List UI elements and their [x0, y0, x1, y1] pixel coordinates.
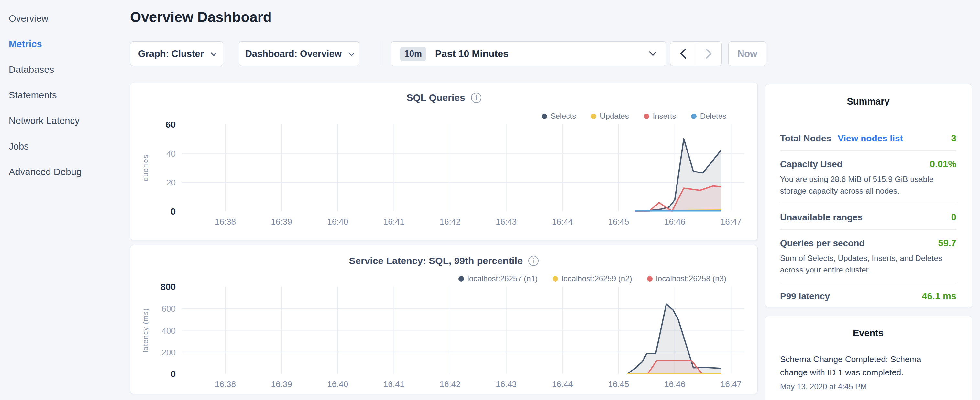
legend-swatch: [458, 276, 464, 282]
svg-text:16:46: 16:46: [664, 217, 685, 226]
sidebar-item-statements[interactable]: Statements: [9, 83, 129, 108]
chart-legend: localhost:26257 (n1)localhost:26259 (n2)…: [130, 274, 726, 283]
dashboard-dropdown[interactable]: Dashboard: Overview: [239, 41, 360, 66]
event-item[interactable]: Schema Change Completed: Schema change w…: [780, 353, 956, 391]
svg-text:queries: queries: [142, 155, 150, 181]
svg-text:16:43: 16:43: [496, 379, 517, 389]
svg-text:16:38: 16:38: [215, 217, 236, 226]
service-latency-chart[interactable]: 020040060080016:3816:3916:4016:4116:4216…: [136, 284, 751, 391]
graph-dropdown-label: Graph: Cluster: [138, 49, 204, 59]
legend-item[interactable]: localhost:26258 (n3): [647, 274, 726, 283]
svg-text:16:38: 16:38: [215, 379, 236, 389]
chevron-down-icon: [211, 50, 216, 56]
svg-text:16:41: 16:41: [383, 379, 404, 389]
svg-text:400: 400: [162, 326, 176, 336]
chevron-left-icon: [680, 49, 686, 59]
summary-row-label: P99 latency: [780, 291, 830, 302]
time-step-buttons: [670, 41, 722, 66]
chart-title: Service Latency: SQL, 99th percentile: [349, 255, 523, 266]
events-panel: Events Schema Change Completed: Schema c…: [765, 316, 972, 400]
summary-panel: Summary Total NodesView nodes list3Capac…: [765, 84, 972, 308]
legend-item[interactable]: localhost:26257 (n1): [458, 274, 538, 283]
chevron-down-icon: [649, 51, 657, 56]
summary-row: Unavailable ranges0: [780, 204, 956, 230]
legend-label: Updates: [600, 112, 628, 121]
event-text: Schema Change Completed: Schema change w…: [780, 353, 927, 379]
summary-row-head: Capacity Used0.01%: [780, 159, 956, 170]
legend-label: Selects: [550, 112, 576, 121]
summary-row-value: 0.01%: [930, 159, 956, 170]
summary-rows: Total NodesView nodes list3Capacity Used…: [780, 125, 956, 308]
service-latency-chart-card: Service Latency: SQL, 99th percentile i …: [130, 245, 758, 394]
svg-text:latency (ms): latency (ms): [142, 308, 150, 353]
svg-text:800: 800: [161, 284, 176, 292]
time-range-dropdown[interactable]: 10m Past 10 Minutes: [391, 41, 667, 66]
now-button[interactable]: Now: [728, 41, 767, 66]
svg-text:16:42: 16:42: [440, 217, 461, 226]
sidebar-item-overview[interactable]: Overview: [9, 6, 129, 31]
sql-queries-chart[interactable]: 020406016:3816:3916:4016:4116:4216:4316:…: [136, 122, 751, 228]
chart-title-row: SQL Queries i: [130, 92, 757, 104]
svg-text:16:44: 16:44: [552, 217, 573, 226]
sidebar-item-network-latency[interactable]: Network Latency: [9, 108, 129, 134]
events-title: Events: [780, 328, 956, 338]
dashboard-dropdown-label: Dashboard: Overview: [245, 49, 342, 59]
summary-row-value: 46.1 ms: [922, 291, 956, 302]
sidebar-item-metrics[interactable]: Metrics: [9, 31, 129, 57]
chart-legend: SelectsUpdatesInsertsDeletes: [130, 112, 726, 120]
summary-row: P99 latency46.1 ms: [780, 283, 956, 308]
legend-item[interactable]: Selects: [542, 112, 576, 121]
svg-text:0: 0: [170, 207, 176, 217]
summary-row-label: Total Nodes: [780, 133, 831, 144]
event-timestamp: May 13, 2020 at 4:45 PM: [780, 382, 956, 391]
svg-text:20: 20: [166, 178, 176, 187]
svg-text:60: 60: [165, 122, 176, 129]
svg-text:16:40: 16:40: [327, 217, 348, 226]
time-forward-button[interactable]: [696, 42, 721, 66]
sidebar-item-databases[interactable]: Databases: [9, 57, 129, 83]
info-icon[interactable]: i: [471, 92, 481, 103]
summary-row: Total NodesView nodes list3: [780, 125, 956, 151]
chevron-down-icon: [349, 50, 355, 56]
graph-dropdown[interactable]: Graph: Cluster: [130, 41, 223, 66]
time-range-label: Past 10 Minutes: [435, 48, 509, 59]
legend-item[interactable]: localhost:26259 (n2): [553, 274, 632, 283]
sidebar: OverviewMetricsDatabasesStatementsNetwor…: [0, 0, 129, 400]
legend-item[interactable]: Deletes: [691, 112, 726, 121]
svg-text:16:46: 16:46: [664, 379, 685, 389]
legend-item[interactable]: Inserts: [644, 112, 676, 121]
page-title: Overview Dashboard: [130, 9, 972, 25]
summary-row-head: Queries per second59.7: [780, 238, 956, 249]
legend-swatch: [542, 113, 547, 119]
legend-swatch: [644, 113, 649, 119]
controls-divider: [381, 41, 382, 66]
time-back-button[interactable]: [670, 42, 696, 66]
legend-swatch: [647, 276, 652, 282]
sidebar-item-advanced-debug[interactable]: Advanced Debug: [9, 159, 129, 185]
chart-title: SQL Queries: [406, 92, 465, 103]
summary-row-value: 59.7: [938, 238, 956, 249]
legend-label: Inserts: [653, 112, 676, 121]
view-nodes-list-link[interactable]: View nodes list: [838, 133, 903, 144]
info-icon[interactable]: i: [528, 256, 539, 266]
summary-row-description: Sum of Selects, Updates, Inserts, and De…: [780, 252, 956, 276]
summary-row-head: P99 latency46.1 ms: [780, 291, 956, 302]
controls-bar: Graph: Cluster Dashboard: Overview 10m P…: [130, 41, 972, 66]
chevron-right-icon: [706, 49, 712, 59]
legend-item[interactable]: Updates: [591, 112, 628, 121]
legend-label: localhost:26258 (n3): [656, 274, 726, 283]
summary-row-head: Total NodesView nodes list3: [780, 133, 956, 144]
svg-text:16:41: 16:41: [383, 217, 404, 226]
legend-swatch: [691, 113, 697, 119]
svg-text:600: 600: [162, 304, 176, 314]
svg-text:16:39: 16:39: [271, 217, 292, 226]
svg-text:200: 200: [162, 347, 176, 357]
summary-row-label: Unavailable ranges: [780, 212, 862, 223]
chart-title-row: Service Latency: SQL, 99th percentile i: [130, 255, 757, 267]
sidebar-item-jobs[interactable]: Jobs: [9, 134, 129, 159]
summary-row-value: 0: [951, 212, 956, 223]
right-column: Summary Total NodesView nodes list3Capac…: [765, 83, 972, 400]
summary-row-head: Unavailable ranges0: [780, 212, 956, 223]
summary-title: Summary: [780, 96, 956, 107]
svg-text:16:45: 16:45: [608, 379, 629, 389]
